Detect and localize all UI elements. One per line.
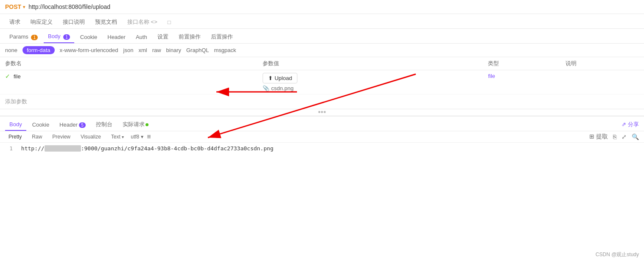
tab-request[interactable]: 请求 [5, 16, 25, 28]
request-tab-row: Params 1 Body 1 Cookie Header Auth 设置 前置… [0, 29, 644, 44]
bottom-panel: Body Cookie Header 5 控制台 实际请求 ⇗ 分享 Prett… [0, 116, 644, 154]
response-action-icons: ⊞ 提取 ⎘ ⤢ 🔍 [589, 133, 639, 141]
param-type-cell: file [483, 70, 560, 94]
check-icon: ✓ [5, 73, 10, 80]
response-url-text: http:// :9000/guanzhi/c9fa24a4-93b8-4cdb… [21, 145, 274, 152]
bottom-tab-row: Body Cookie Header 5 控制台 实际请求 ⇗ 分享 [0, 116, 644, 131]
type-value: file [488, 73, 495, 79]
body-type-xml[interactable]: xml [138, 46, 147, 54]
bottom-tab-cookie[interactable]: Cookie [28, 119, 53, 130]
line-number-1: 1 [5, 145, 18, 152]
col-param-desc: 说明 [560, 57, 644, 70]
upload-button[interactable]: ⬆ Upload [263, 73, 297, 83]
copy-icon[interactable]: ⎘ [613, 133, 616, 140]
method-label: POST [5, 3, 21, 10]
col-param-type: 类型 [483, 57, 560, 70]
tab-icon-square[interactable]: □ [163, 17, 175, 28]
body-type-binary[interactable]: binary [166, 46, 181, 54]
add-param-button[interactable]: 添加参数 [0, 94, 644, 109]
resp-encoding-btn[interactable]: utf8 ▾ [131, 134, 143, 140]
bottom-tab-console[interactable]: 控制台 [92, 118, 117, 131]
tab-body[interactable]: Body 1 [44, 30, 74, 43]
tab-response-def[interactable]: 响应定义 [26, 16, 57, 28]
body-type-none[interactable]: none [5, 46, 17, 54]
encoding-label: utf8 [131, 134, 139, 140]
bottom-tab-actual-request[interactable]: 实际请求 [118, 118, 153, 131]
tab-pre-actions[interactable]: 前置操作 [174, 30, 205, 43]
resp-text-btn[interactable]: Text ▾ [108, 133, 127, 141]
paperclip-icon: 📎 [263, 85, 269, 91]
extract-btn[interactable]: ⊞ 提取 [589, 133, 608, 141]
file-name: csdn.png [271, 85, 294, 91]
body-type-form-data[interactable]: form-data [22, 46, 55, 54]
table-row: ✓ file ⬆ Upload 📎 csdn.png file [0, 70, 644, 94]
body-type-graphql[interactable]: GraphQL [186, 46, 209, 54]
response-toolbar: Pretty Raw Preview Visualize Text ▾ utf8… [0, 131, 644, 143]
param-name-value: file [14, 73, 21, 80]
tab-params[interactable]: Params 1 [5, 31, 42, 42]
url-bar: POST ▾ [0, 0, 644, 14]
top-tab-row: 请求 响应定义 接口说明 预览文档 接口名称 <> □ [0, 14, 644, 29]
tab-post-actions[interactable]: 后置操作 [207, 30, 237, 43]
encoding-chevron-icon: ▾ [141, 134, 143, 140]
share-button[interactable]: ⇗ 分享 [622, 121, 639, 128]
body-type-json[interactable]: json [123, 46, 134, 54]
body-type-row: none form-data x-www-form-urlencoded jso… [0, 44, 644, 57]
col-param-value: 参数值 [258, 57, 483, 70]
resp-preview-btn[interactable]: Preview [49, 133, 74, 141]
url-input[interactable] [28, 3, 639, 10]
tab-api-desc[interactable]: 接口说明 [59, 16, 89, 28]
expand-icon[interactable]: ⤢ [622, 133, 627, 140]
resp-visualize-btn[interactable]: Visualize [77, 133, 104, 141]
resize-handle[interactable]: ••• [0, 109, 644, 116]
body-type-urlencoded[interactable]: x-www-form-urlencoded [60, 46, 118, 54]
param-desc-cell [560, 70, 644, 94]
tab-settings[interactable]: 设置 [153, 30, 173, 43]
upload-icon: ⬆ [268, 75, 273, 81]
upload-label: Upload [274, 75, 292, 81]
body-type-raw[interactable]: raw [152, 46, 161, 54]
tab-preview-doc[interactable]: 预览文档 [91, 16, 121, 28]
tab-header[interactable]: Header [103, 31, 130, 43]
file-item: 📎 csdn.png [263, 85, 478, 91]
tab-auth[interactable]: Auth [132, 31, 151, 43]
wrap-icon[interactable]: ≡ [147, 133, 151, 141]
col-param-name: 参数名 [0, 57, 258, 70]
method-selector[interactable]: POST ▾ [5, 3, 25, 10]
search-icon[interactable]: 🔍 [632, 133, 639, 140]
param-name-cell: ✓ file [5, 73, 252, 80]
bottom-tab-body[interactable]: Body [5, 119, 26, 131]
url-blurred-part [45, 145, 81, 152]
bottom-tab-header[interactable]: Header 5 [55, 119, 90, 130]
body-type-msgpack[interactable]: msgpack [214, 46, 236, 54]
params-table: 参数名 参数值 类型 说明 ✓ file ⬆ Upload [0, 57, 644, 94]
tab-api-name[interactable]: 接口名称 <> [123, 16, 162, 28]
main-area: 参数名 参数值 类型 说明 ✓ file ⬆ Upload [0, 57, 644, 109]
param-value-cell: ⬆ Upload 📎 csdn.png [258, 70, 483, 94]
resp-raw-btn[interactable]: Raw [28, 133, 45, 141]
response-content: 1 http:// :9000/guanzhi/c9fa24a4-93b8-4c… [0, 143, 644, 154]
method-chevron-icon: ▾ [23, 5, 25, 9]
tab-cookie[interactable]: Cookie [76, 31, 101, 43]
resp-pretty-btn[interactable]: Pretty [5, 133, 25, 141]
